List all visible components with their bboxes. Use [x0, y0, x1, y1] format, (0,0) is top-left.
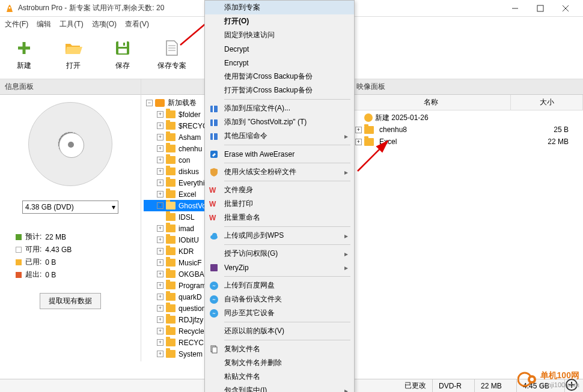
menu-view[interactable]: 查看(V)	[125, 19, 149, 29]
disc-icon	[28, 102, 112, 186]
disc-stats: 预计: 22 MB 可用: 4.43 GB 已用: 0 B 超出: 0 B	[0, 232, 72, 282]
app-logo-icon	[5, 4, 14, 13]
svg-rect-2	[537, 5, 543, 11]
context-menu-item[interactable]: 复制文件名并删除	[205, 356, 354, 370]
save-icon	[114, 39, 132, 57]
menu-file[interactable]: 文件(F)	[5, 19, 28, 29]
watermark-logo-icon	[517, 369, 538, 390]
context-menu-item[interactable]: VeryZip▸	[205, 261, 354, 274]
save-button[interactable]: 保存	[105, 39, 141, 71]
context-menu-item[interactable]: 还原以前的版本(V)	[205, 324, 354, 338]
context-menu-item[interactable]: 上传或同步到WPS▸	[205, 229, 354, 243]
chevron-right-icon: ▸	[344, 264, 348, 272]
image-row[interactable]: +Excel22 MB	[352, 136, 583, 148]
image-row[interactable]: 新建 2025-01-26	[352, 112, 583, 124]
image-panel: 映像面板 名称 大小 新建 2025-01-26+chenhu825 B+Exc…	[352, 79, 583, 361]
context-menu-item[interactable]: 添加到压缩文件(A)...	[205, 101, 354, 115]
folder-icon	[166, 270, 176, 278]
plus-icon	[15, 39, 33, 57]
menu-options[interactable]: 选项(O)	[92, 19, 117, 29]
folder-icon	[166, 327, 176, 335]
folder-icon	[166, 110, 176, 118]
folder-icon	[166, 190, 176, 198]
column-size[interactable]: 大小	[511, 95, 583, 110]
veryzip-icon	[209, 262, 219, 273]
folder-icon	[364, 126, 374, 134]
context-menu-item[interactable]: 添加到专案	[205, 1, 354, 14]
folder-icon	[166, 247, 176, 255]
folder-icon	[166, 122, 176, 130]
image-table-header: 名称 大小	[352, 95, 583, 110]
context-menu-item[interactable]: 使用火绒安全粉碎文件▸	[205, 165, 354, 179]
chevron-right-icon: ▸	[344, 168, 348, 176]
context-menu-item[interactable]: 授予访问权限(G)▸	[205, 247, 354, 261]
baidu-icon	[209, 280, 219, 291]
chevron-right-icon: ▸	[344, 250, 348, 258]
context-menu[interactable]: 添加到专案打开(O)固定到快速访问DecryptEncrypt使用暂涛Cross…	[204, 0, 355, 392]
menu-tools[interactable]: 工具(T)	[60, 19, 83, 29]
svg-text:W: W	[209, 214, 216, 222]
chevron-right-icon: ▸	[344, 387, 348, 393]
svg-rect-19	[213, 133, 214, 140]
folder-icon	[166, 304, 176, 312]
folder-icon	[166, 179, 176, 187]
context-menu-item[interactable]: W批量重命名	[205, 211, 354, 225]
wps-red-icon: W	[209, 185, 219, 196]
context-menu-item[interactable]: 同步至其它设备	[205, 306, 354, 320]
menu-edit[interactable]: 编辑	[37, 19, 51, 29]
context-menu-item[interactable]: W批量打印	[205, 197, 354, 211]
disc-size-select[interactable]: 4.38 GB (DVD) ▾	[22, 201, 118, 214]
save-project-button[interactable]: 保存专案	[154, 39, 190, 71]
image-row[interactable]: +chenhu825 B	[352, 124, 583, 136]
folder-icon	[166, 133, 176, 141]
minimize-button[interactable]	[502, 1, 528, 16]
context-menu-item[interactable]: Decrypt	[205, 42, 354, 56]
chevron-down-icon: ▾	[112, 203, 115, 211]
folder-icon	[166, 236, 176, 244]
disc-small-icon	[364, 113, 373, 122]
context-menu-item[interactable]: 使用暂涛Cross Backup备份	[205, 70, 354, 83]
drive-icon	[155, 99, 165, 107]
context-menu-item[interactable]: 打开暂涛Cross Backup备份	[205, 83, 354, 97]
status-modified: 已更改	[398, 379, 433, 392]
svg-point-39	[530, 378, 534, 381]
zip-blue-icon	[209, 117, 219, 128]
svg-text:W: W	[209, 200, 216, 208]
context-menu-item[interactable]: 粘贴文件名	[205, 370, 354, 384]
open-button[interactable]: 打开	[55, 39, 91, 71]
context-menu-item[interactable]: 包含到库中(I)▸	[205, 384, 354, 392]
new-button[interactable]: 新建	[6, 39, 42, 71]
svg-rect-26	[210, 264, 218, 271]
folder-icon	[166, 316, 176, 324]
context-menu-item[interactable]: 添加到 "GhostVolt.zip" (T)	[205, 115, 354, 129]
svg-rect-9	[118, 49, 127, 53]
extract-data-button[interactable]: 提取现有数据	[40, 293, 101, 309]
maximize-button[interactable]	[528, 1, 553, 16]
context-menu-item[interactable]: 复制文件名	[205, 342, 354, 356]
folder-icon	[166, 213, 176, 221]
svg-point-0	[9, 7, 11, 8]
watermark: 单机100网 danji100.com	[517, 369, 579, 390]
folder-icon	[166, 259, 176, 267]
context-menu-item[interactable]: 自动备份该文件夹	[205, 292, 354, 306]
column-name[interactable]: 名称	[352, 95, 511, 110]
context-menu-item[interactable]: 固定到快速访问	[205, 28, 354, 42]
close-button[interactable]	[553, 1, 578, 16]
baidu-icon	[209, 308, 219, 319]
context-menu-item[interactable]: 其他压缩命令▸	[205, 129, 354, 143]
folder-icon	[166, 350, 176, 358]
context-menu-item[interactable]: Erase with AweEraser	[205, 147, 354, 161]
context-menu-item[interactable]: W文件瘦身	[205, 183, 354, 197]
eraser-icon	[209, 149, 219, 160]
context-menu-item[interactable]: Encrypt	[205, 56, 354, 70]
folder-icon	[166, 293, 176, 301]
wps-red-icon: W	[209, 199, 219, 210]
document-icon	[163, 39, 181, 57]
cloud-icon	[209, 231, 219, 241]
baidu-icon	[209, 294, 219, 305]
chevron-right-icon: ▸	[344, 132, 348, 140]
svg-text:W: W	[209, 186, 216, 194]
context-menu-item[interactable]: 打开(O)	[205, 14, 354, 28]
context-menu-item[interactable]: 上传到百度网盘	[205, 279, 354, 292]
info-panel-header: 信息面板	[0, 79, 141, 95]
